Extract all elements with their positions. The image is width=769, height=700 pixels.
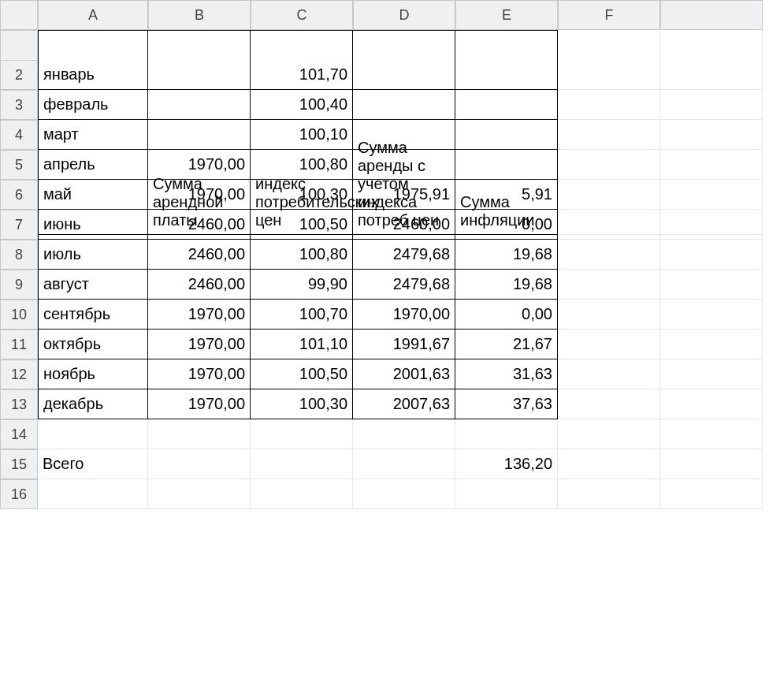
cell-C12[interactable]: 100,50 [251, 359, 353, 389]
cell-C5[interactable]: 100,80 [251, 150, 353, 180]
cell-C6[interactable]: 100,30 [251, 180, 353, 210]
cell-B9[interactable]: 2460,00 [148, 270, 251, 300]
cell-D8[interactable]: 2479,68 [353, 240, 455, 270]
cell-E10[interactable]: 0,00 [455, 300, 558, 330]
cell-E4[interactable] [455, 120, 558, 150]
col-header-A[interactable]: A [38, 0, 148, 30]
cell-F11[interactable] [558, 330, 660, 359]
col-header-E[interactable]: E [455, 0, 558, 30]
cell-B12[interactable]: 1970,00 [148, 359, 251, 389]
cell-C14[interactable] [251, 419, 353, 449]
row-header-13[interactable]: 13 [0, 389, 38, 419]
cell-G8[interactable] [660, 240, 763, 270]
cell-D7[interactable]: 2460,00 [353, 210, 455, 240]
cell-F12[interactable] [558, 359, 660, 389]
cell-F15[interactable] [558, 449, 660, 479]
cell-C3[interactable]: 100,40 [251, 90, 353, 120]
cell-A11[interactable]: октябрь [38, 330, 148, 359]
cell-E6[interactable]: 5,91 [455, 180, 558, 210]
cell-B15[interactable] [148, 449, 251, 479]
row-header-7[interactable]: 7 [0, 210, 38, 240]
cell-F3[interactable] [558, 90, 660, 120]
cell-A4[interactable]: март [38, 120, 148, 150]
cell-E3[interactable] [455, 90, 558, 120]
cell-E13[interactable]: 37,63 [455, 389, 558, 419]
cell-F16[interactable] [558, 479, 660, 509]
cell-A7[interactable]: июнь [38, 210, 148, 240]
cell-D4[interactable] [353, 120, 455, 150]
row-header-4[interactable]: 4 [0, 120, 38, 150]
cell-D3[interactable] [353, 90, 455, 120]
cell-D9[interactable]: 2479,68 [353, 270, 455, 300]
cell-C15[interactable] [251, 449, 353, 479]
cell-E5[interactable] [455, 150, 558, 180]
row-header-14[interactable]: 14 [0, 419, 38, 449]
cell-D6[interactable]: 1975,91 [353, 180, 455, 210]
cell-E16[interactable] [455, 479, 558, 509]
cell-E12[interactable]: 31,63 [455, 359, 558, 389]
cell-D2[interactable] [353, 60, 455, 90]
cell-A15[interactable]: Всего [38, 449, 148, 479]
cell-B4[interactable] [148, 120, 251, 150]
cell-A14[interactable] [38, 419, 148, 449]
row-header-16[interactable]: 16 [0, 479, 38, 509]
cell-E15[interactable]: 136,20 [455, 449, 558, 479]
cell-D15[interactable] [353, 449, 455, 479]
cell-B5[interactable]: 1970,00 [148, 150, 251, 180]
cell-B11[interactable]: 1970,00 [148, 330, 251, 359]
cell-D14[interactable] [353, 419, 455, 449]
cell-C10[interactable]: 100,70 [251, 300, 353, 330]
row-header-11[interactable]: 11 [0, 330, 38, 359]
row-header-6[interactable]: 6 [0, 180, 38, 210]
cell-C8[interactable]: 100,80 [251, 240, 353, 270]
cell-A2[interactable]: январь [38, 60, 148, 90]
cell-A9[interactable]: август [38, 270, 148, 300]
col-header-D[interactable]: D [353, 0, 455, 30]
cell-A13[interactable]: декабрь [38, 389, 148, 419]
cell-B3[interactable] [148, 90, 251, 120]
cell-C7[interactable]: 100,50 [251, 210, 353, 240]
cell-D10[interactable]: 1970,00 [353, 300, 455, 330]
cell-F9[interactable] [558, 270, 660, 300]
cell-C4[interactable]: 100,10 [251, 120, 353, 150]
cell-D5[interactable] [353, 150, 455, 180]
col-header-B[interactable]: B [148, 0, 251, 30]
cell-A10[interactable]: сентябрь [38, 300, 148, 330]
cell-C13[interactable]: 100,30 [251, 389, 353, 419]
cell-A5[interactable]: апрель [38, 150, 148, 180]
row-header-2[interactable]: 2 [0, 60, 38, 90]
cell-B13[interactable]: 1970,00 [148, 389, 251, 419]
cell-E14[interactable] [455, 419, 558, 449]
cell-B14[interactable] [148, 419, 251, 449]
cell-E8[interactable]: 19,68 [455, 240, 558, 270]
spreadsheet-grid[interactable]: A B C D E F 1 Сумма арендной платы индек… [0, 0, 769, 509]
cell-B7[interactable]: 2460,00 [148, 210, 251, 240]
cell-G9[interactable] [660, 270, 763, 300]
row-header-10[interactable]: 10 [0, 300, 38, 330]
cell-B16[interactable] [148, 479, 251, 509]
cell-E2[interactable] [455, 60, 558, 90]
cell-C11[interactable]: 101,10 [251, 330, 353, 359]
col-header-F[interactable]: F [558, 0, 660, 30]
row-header-12[interactable]: 12 [0, 359, 38, 389]
cell-F2[interactable] [558, 60, 660, 90]
cell-A8[interactable]: июль [38, 240, 148, 270]
cell-F7[interactable] [558, 210, 660, 240]
cell-G16[interactable] [660, 479, 763, 509]
cell-F8[interactable] [558, 240, 660, 270]
row-header-8[interactable]: 8 [0, 240, 38, 270]
row-header-5[interactable]: 5 [0, 150, 38, 180]
cell-G3[interactable] [660, 90, 763, 120]
select-all-corner[interactable] [0, 0, 38, 30]
cell-E9[interactable]: 19,68 [455, 270, 558, 300]
cell-C2[interactable]: 101,70 [251, 60, 353, 90]
cell-D13[interactable]: 2007,63 [353, 389, 455, 419]
cell-B6[interactable]: 1970,00 [148, 180, 251, 210]
cell-G13[interactable] [660, 389, 763, 419]
cell-E7[interactable]: 0,00 [455, 210, 558, 240]
row-header-9[interactable]: 9 [0, 270, 38, 300]
col-header-C[interactable]: C [251, 0, 353, 30]
cell-B8[interactable]: 2460,00 [148, 240, 251, 270]
cell-A6[interactable]: май [38, 180, 148, 210]
cell-G12[interactable] [660, 359, 763, 389]
